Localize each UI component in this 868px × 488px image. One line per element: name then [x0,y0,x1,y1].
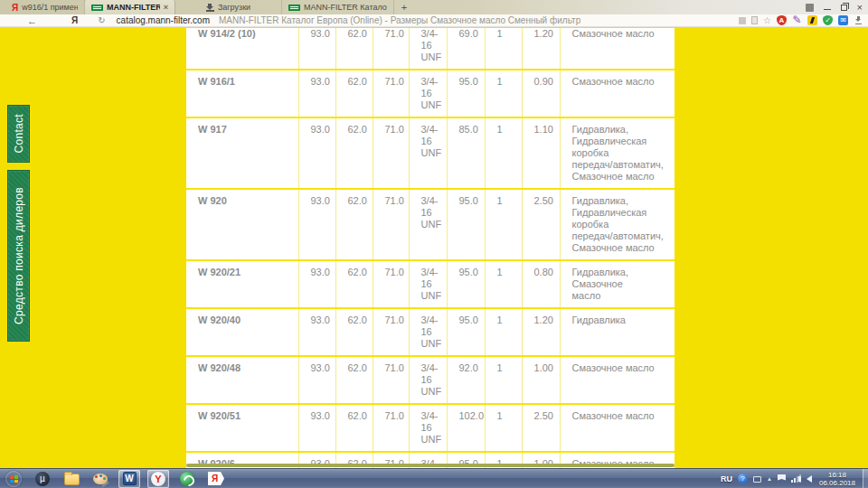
cell-h: 95.0 [447,70,485,117]
sidebar-tab-contact[interactable]: Contact [7,105,30,163]
close-icon[interactable]: × [857,4,863,11]
cell-weight: 0.80 [522,260,560,308]
cell-name[interactable]: W 920/40 [186,308,298,356]
refresh-icon[interactable]: ↻ [98,16,105,25]
paint-button[interactable] [90,470,111,488]
cell-c: 71.0 [373,260,409,308]
language-indicator[interactable]: RU [721,474,732,483]
cell-apps: Смазочное масло [560,28,675,70]
cell-h: 102.0 [447,404,485,452]
bookmark-star-icon[interactable]: ☆ [763,16,771,25]
cell-a: 93.0 [298,308,335,356]
cell-qty: 1 [485,356,522,404]
page-mode-icon[interactable] [751,16,758,24]
cell-name[interactable]: W 914/2 (10) [186,28,298,70]
paint-palette-icon [93,474,108,484]
tab-strip: Я w916/1 применяемость — MANN-FILTER Кат… [5,0,414,14]
mail-extension-icon[interactable]: ✉ [838,15,848,25]
tray-date: 06.06.2018 [819,479,855,487]
cell-name[interactable]: W 916/1 [186,70,298,117]
word-button[interactable]: W [118,470,140,488]
turbo-icon[interactable] [739,17,746,24]
cell-b: 62.0 [335,308,373,356]
cell-name[interactable]: W 917 [186,117,298,189]
new-tab-button[interactable]: + [394,0,414,14]
tray-time: 16:18 [819,471,855,479]
browser-tab-bar: Я w916/1 применяемость — MANN-FILTER Кат… [0,0,868,14]
cell-thread: 3/4- 16 UNF [409,404,447,452]
restore-icon[interactable] [841,5,847,11]
shield-check-extension-icon[interactable]: ✓ [823,15,833,25]
cell-name[interactable]: W 920/21 [186,260,298,308]
tab-title: MANN-FILTER Каталог Евро [304,3,387,12]
action-center-flag-icon[interactable] [778,474,786,483]
cell-apps: Смазочное масло [560,356,675,404]
hidden-icons-chevron[interactable]: ▲ [767,476,772,482]
page-title-text[interactable]: MANN-FILTER Каталог Европа (Online) - Ра… [219,15,580,25]
clock[interactable]: 16:18 06.06.2018 [819,471,855,487]
cell-a: 93.0 [298,70,335,117]
yandex-favicon: Я [12,3,18,13]
table-row: W 920/2193.062.071.03/4- 16 UNF95.010.80… [186,260,675,308]
cell-a: 93.0 [298,260,335,308]
cell-apps: Смазочное масло [560,404,675,452]
cell-qty: 1 [485,260,522,308]
cell-thread: 3/4- 16 UNF [409,117,447,189]
horizontal-scrollbar[interactable] [186,464,675,467]
cell-b: 62.0 [335,28,373,70]
back-icon[interactable]: ← [27,16,37,25]
help-tray-icon[interactable]: ? [738,474,748,483]
mann-favicon [91,5,103,11]
cell-apps: Гидравлика, Гидравлическая коробка перед… [560,189,675,260]
file-explorer-button[interactable] [61,470,82,488]
taskbar-apps: µ W Y Я [3,470,227,488]
adguard-extension-icon[interactable]: A [777,15,787,25]
table-row: W 914/2 (10)93.062.071.03/4- 16 UNF69.01… [186,28,675,70]
cell-h: 95.0 [447,189,485,260]
tab-mann-catalog-active[interactable]: MANN-FILTER Каталог Ев × [85,0,175,14]
cell-thread: 3/4- 16 UNF [409,70,447,117]
yandex-home-button[interactable]: Я [71,15,78,25]
green-app-button[interactable] [176,470,198,488]
download-favicon [206,4,214,12]
tab-mann-catalog-2[interactable]: MANN-FILTER Каталог Евро [282,0,394,14]
lightning-extension-icon[interactable] [807,15,817,25]
cell-c: 71.0 [373,70,409,117]
show-desktop-button[interactable] [863,469,868,488]
cell-apps: Гидравлика, Гидравлическая коробка перед… [560,117,675,189]
tab-w916-search[interactable]: Я w916/1 применяемость — [5,0,85,14]
tab-list-icon[interactable] [806,4,814,12]
filter-spec-table: W 914/2 (10)93.062.071.03/4- 16 UNF69.01… [186,28,675,468]
utorrent-button[interactable]: µ [32,470,53,488]
table-row: W 916/193.062.071.03/4- 16 UNF95.010.90С… [186,70,675,117]
table-body: W 914/2 (10)93.062.071.03/4- 16 UNF69.01… [186,28,675,468]
address-bar: ← Я ↻ catalog.mann-filter.com MANN-FILTE… [0,14,868,27]
cell-weight: 1.00 [522,356,560,404]
url-text[interactable]: catalog.mann-filter.com [117,15,210,25]
minimize-icon[interactable] [824,9,831,11]
mann-favicon [288,5,300,11]
cell-b: 62.0 [335,70,373,117]
start-button[interactable] [3,470,24,488]
sidebar-tab-dealer-locator[interactable]: Средство поиска дилеров [7,170,30,342]
cell-apps: Смазочное масло [560,70,675,117]
table-row: W 920/4893.062.071.03/4- 16 UNF92.011.00… [186,356,675,404]
yandex-browser-button[interactable]: Y [147,470,169,488]
pen-extension-icon[interactable]: ✎ [792,15,802,25]
cell-b: 62.0 [335,117,373,189]
cell-name[interactable]: W 920/48 [186,356,298,404]
cell-thread: 3/4- 16 UNF [409,260,447,308]
cell-name[interactable]: W 920 [186,189,298,260]
cell-a: 93.0 [298,189,335,260]
yandex-toolbar-button[interactable]: Я [205,470,227,488]
cell-c: 71.0 [373,189,409,260]
device-tray-icon[interactable] [753,476,761,483]
cell-name[interactable]: W 920/51 [186,404,298,452]
tab-downloads[interactable]: Загрузки [175,0,282,14]
volume-icon[interactable] [807,475,812,483]
tab-close-icon[interactable]: × [164,3,168,12]
cell-c: 71.0 [373,308,409,356]
downloads-button-icon[interactable] [854,15,863,25]
cell-b: 62.0 [335,404,373,452]
table-row: W 91793.062.071.03/4- 16 UNF85.011.10Гид… [186,117,675,189]
